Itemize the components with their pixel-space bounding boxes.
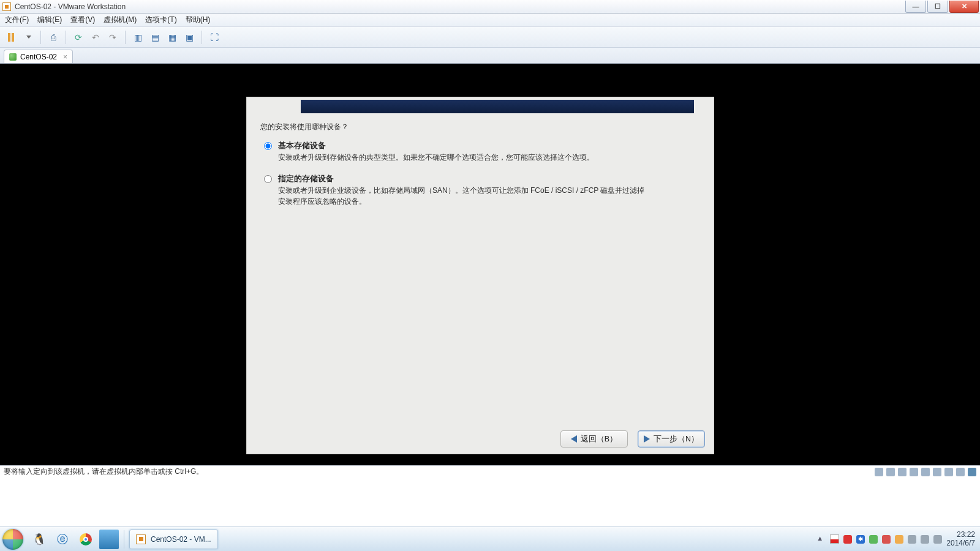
option-basic-desc: 安装或者升级到存储设备的典型类型。如果您不确定哪个选项适合您，您可能应该选择这个… bbox=[278, 152, 594, 163]
menu-view[interactable]: 查看(V) bbox=[70, 15, 95, 25]
device-net-icon[interactable] bbox=[910, 468, 918, 476]
device-usb-icon[interactable] bbox=[921, 468, 930, 476]
system-tray: ▲ ✱ 23:22 2014/6/7 bbox=[816, 531, 980, 548]
toolbar-separator bbox=[66, 31, 66, 44]
thumbnail-icon[interactable]: ▥ bbox=[130, 30, 145, 45]
tab-vm-icon bbox=[9, 53, 17, 61]
connect-device-icon[interactable]: ⎙ bbox=[46, 30, 61, 45]
tray-user-icon[interactable] bbox=[895, 535, 903, 544]
tray-shield-icon[interactable] bbox=[869, 535, 878, 544]
arrow-right-icon bbox=[644, 435, 650, 443]
app-icon bbox=[2, 2, 11, 11]
radio-basic-storage[interactable] bbox=[264, 142, 272, 150]
window-titlebar: CentOS-02 - VMware Workstation — ☐ ✕ bbox=[0, 0, 980, 13]
minimize-button[interactable]: — bbox=[905, 1, 926, 13]
device-display-icon[interactable] bbox=[956, 468, 965, 476]
vm-viewport[interactable]: 您的安装将使用哪种设备？ 基本存储设备 安装或者升级到存储设备的典型类型。如果您… bbox=[0, 64, 980, 465]
tray-clock-time: 23:22 bbox=[946, 531, 975, 539]
start-button[interactable] bbox=[0, 527, 26, 552]
multi-mon-icon[interactable]: ▤ bbox=[148, 30, 162, 45]
power-icon[interactable]: ⟳ bbox=[71, 30, 86, 45]
tray-volume-icon[interactable] bbox=[933, 535, 942, 544]
option-basic-storage[interactable]: 基本存储设备 安装或者升级到存储设备的典型类型。如果您不确定哪个选项适合您，您可… bbox=[260, 141, 700, 163]
device-status-icons bbox=[875, 468, 976, 476]
option-specialized-desc: 安装或者升级到企业级设备，比如存储局域网（SAN）。这个选项可让您添加 FCoE… bbox=[278, 186, 646, 207]
statusbar: 要将输入定向到该虚拟机，请在虚拟机内部单击或按 Ctrl+G。 bbox=[0, 465, 980, 478]
back-button[interactable]: 返回（B） bbox=[560, 430, 628, 448]
tab-centos02[interactable]: CentOS-02 × bbox=[4, 50, 73, 63]
tray-action-center-icon[interactable] bbox=[830, 534, 839, 544]
qq-icon[interactable]: 🐧 bbox=[29, 530, 49, 549]
menu-tabs[interactable]: 选项卡(T) bbox=[145, 15, 176, 25]
snapshot-forward-icon[interactable]: ↷ bbox=[105, 30, 120, 45]
dropdown-icon[interactable] bbox=[21, 30, 36, 45]
taskbar-item-vmware[interactable]: CentOS-02 - VM... bbox=[129, 530, 218, 549]
explorer-icon[interactable] bbox=[99, 530, 119, 549]
close-button[interactable]: ✕ bbox=[949, 1, 979, 13]
tray-network-icon[interactable] bbox=[843, 535, 852, 544]
tabstrip: CentOS-02 × bbox=[0, 48, 980, 64]
arrow-left-icon bbox=[571, 435, 577, 443]
tab-close-icon[interactable]: × bbox=[63, 53, 67, 61]
chrome-icon[interactable] bbox=[76, 530, 96, 549]
next-button[interactable]: 下一步（N） bbox=[638, 430, 705, 448]
toolbar-separator bbox=[202, 31, 202, 44]
toolbar-separator bbox=[125, 31, 126, 44]
taskbar-separator bbox=[124, 530, 124, 549]
option-basic-title: 基本存储设备 bbox=[278, 141, 594, 151]
menu-help[interactable]: 帮助(H) bbox=[186, 15, 211, 25]
option-specialized-storage[interactable]: 指定的存储设备 安装或者升级到企业级设备，比如存储局域网（SAN）。这个选项可让… bbox=[260, 174, 700, 207]
menu-vm[interactable]: 虚拟机(M) bbox=[104, 15, 137, 25]
taskbar: 🐧 ⓔ CentOS-02 - VM... ▲ ✱ 23:22 2014/6/7 bbox=[0, 527, 980, 551]
installer-question: 您的安装将使用哪种设备？ bbox=[260, 122, 700, 132]
taskbar-item-icon bbox=[136, 534, 146, 544]
device-sound-icon[interactable] bbox=[933, 468, 941, 476]
pause-button[interactable] bbox=[4, 30, 18, 45]
tray-clock-date: 2014/6/7 bbox=[946, 539, 975, 548]
window-title: CentOS-02 - VMware Workstation bbox=[15, 2, 126, 11]
device-floppy-icon[interactable] bbox=[898, 468, 907, 476]
tray-device-icon[interactable] bbox=[908, 535, 916, 544]
windows-orb-icon bbox=[2, 529, 23, 550]
menu-file[interactable]: 文件(F) bbox=[5, 15, 29, 25]
unity-icon[interactable]: ▦ bbox=[165, 30, 179, 45]
toolbar: ⎙ ⟳ ↶ ↷ ▥ ▤ ▦ ▣ ⛶ bbox=[0, 27, 980, 48]
snapshot-back-icon[interactable]: ↶ bbox=[88, 30, 103, 45]
ie-icon[interactable]: ⓔ bbox=[53, 530, 72, 549]
device-printer-icon[interactable] bbox=[944, 468, 953, 476]
tray-bluetooth-icon[interactable]: ✱ bbox=[856, 535, 865, 544]
installer-banner bbox=[301, 100, 694, 113]
tray-signal-icon[interactable] bbox=[921, 535, 929, 544]
fullscreen-icon[interactable]: ⛶ bbox=[207, 30, 222, 45]
option-specialized-title: 指定的存储设备 bbox=[278, 174, 646, 184]
installer-panel: 您的安装将使用哪种设备？ 基本存储设备 安装或者升级到存储设备的典型类型。如果您… bbox=[246, 97, 714, 454]
tray-clock[interactable]: 23:22 2014/6/7 bbox=[946, 531, 975, 548]
menubar: 文件(F) 编辑(E) 查看(V) 虚拟机(M) 选项卡(T) 帮助(H) bbox=[0, 13, 980, 27]
device-message-icon[interactable] bbox=[968, 468, 976, 476]
maximize-button[interactable]: ☐ bbox=[927, 1, 948, 13]
back-button-label: 返回（B） bbox=[581, 434, 617, 444]
tray-g-icon[interactable] bbox=[882, 535, 891, 544]
console-view-icon[interactable]: ▣ bbox=[182, 30, 197, 45]
taskbar-item-label: CentOS-02 - VM... bbox=[151, 535, 211, 544]
toolbar-separator bbox=[40, 31, 41, 44]
menu-edit[interactable]: 编辑(E) bbox=[37, 15, 62, 25]
tab-label: CentOS-02 bbox=[20, 53, 57, 61]
tray-show-hidden-icon[interactable]: ▲ bbox=[816, 534, 826, 544]
next-button-label: 下一步（N） bbox=[654, 434, 699, 444]
device-cd-icon[interactable] bbox=[886, 468, 895, 476]
statusbar-hint: 要将输入定向到该虚拟机，请在虚拟机内部单击或按 Ctrl+G。 bbox=[4, 467, 203, 477]
device-harddisk-icon[interactable] bbox=[875, 468, 883, 476]
radio-specialized-storage[interactable] bbox=[264, 175, 272, 183]
